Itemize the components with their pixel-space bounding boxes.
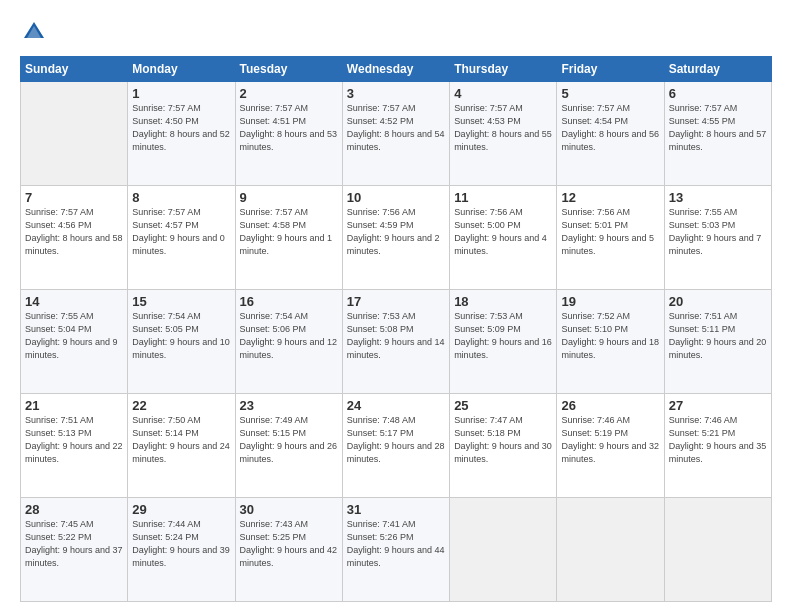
day-info: Sunrise: 7:49 AM Sunset: 5:15 PM Dayligh… [240,414,338,466]
col-header-thursday: Thursday [450,57,557,82]
day-info: Sunrise: 7:50 AM Sunset: 5:14 PM Dayligh… [132,414,230,466]
day-info: Sunrise: 7:43 AM Sunset: 5:25 PM Dayligh… [240,518,338,570]
col-header-saturday: Saturday [664,57,771,82]
day-info: Sunrise: 7:51 AM Sunset: 5:11 PM Dayligh… [669,310,767,362]
day-info: Sunrise: 7:57 AM Sunset: 4:53 PM Dayligh… [454,102,552,154]
day-number: 14 [25,294,123,309]
day-info: Sunrise: 7:57 AM Sunset: 4:56 PM Dayligh… [25,206,123,258]
day-info: Sunrise: 7:48 AM Sunset: 5:17 PM Dayligh… [347,414,445,466]
day-cell: 15Sunrise: 7:54 AM Sunset: 5:05 PM Dayli… [128,290,235,394]
day-cell [557,498,664,602]
day-cell: 31Sunrise: 7:41 AM Sunset: 5:26 PM Dayli… [342,498,449,602]
day-number: 3 [347,86,445,101]
day-number: 26 [561,398,659,413]
day-info: Sunrise: 7:46 AM Sunset: 5:21 PM Dayligh… [669,414,767,466]
day-number: 16 [240,294,338,309]
day-cell: 7Sunrise: 7:57 AM Sunset: 4:56 PM Daylig… [21,186,128,290]
day-cell: 20Sunrise: 7:51 AM Sunset: 5:11 PM Dayli… [664,290,771,394]
day-info: Sunrise: 7:52 AM Sunset: 5:10 PM Dayligh… [561,310,659,362]
day-number: 15 [132,294,230,309]
day-info: Sunrise: 7:56 AM Sunset: 5:01 PM Dayligh… [561,206,659,258]
day-number: 25 [454,398,552,413]
day-cell: 25Sunrise: 7:47 AM Sunset: 5:18 PM Dayli… [450,394,557,498]
day-cell: 2Sunrise: 7:57 AM Sunset: 4:51 PM Daylig… [235,82,342,186]
day-cell: 26Sunrise: 7:46 AM Sunset: 5:19 PM Dayli… [557,394,664,498]
day-number: 12 [561,190,659,205]
day-cell: 8Sunrise: 7:57 AM Sunset: 4:57 PM Daylig… [128,186,235,290]
day-number: 4 [454,86,552,101]
day-info: Sunrise: 7:56 AM Sunset: 4:59 PM Dayligh… [347,206,445,258]
day-number: 24 [347,398,445,413]
day-info: Sunrise: 7:57 AM Sunset: 4:57 PM Dayligh… [132,206,230,258]
day-number: 5 [561,86,659,101]
week-row-1: 1Sunrise: 7:57 AM Sunset: 4:50 PM Daylig… [21,82,772,186]
week-row-4: 21Sunrise: 7:51 AM Sunset: 5:13 PM Dayli… [21,394,772,498]
day-info: Sunrise: 7:51 AM Sunset: 5:13 PM Dayligh… [25,414,123,466]
day-number: 31 [347,502,445,517]
day-info: Sunrise: 7:54 AM Sunset: 5:06 PM Dayligh… [240,310,338,362]
page: SundayMondayTuesdayWednesdayThursdayFrid… [0,0,792,612]
week-row-3: 14Sunrise: 7:55 AM Sunset: 5:04 PM Dayli… [21,290,772,394]
day-cell: 28Sunrise: 7:45 AM Sunset: 5:22 PM Dayli… [21,498,128,602]
day-info: Sunrise: 7:53 AM Sunset: 5:09 PM Dayligh… [454,310,552,362]
day-cell: 30Sunrise: 7:43 AM Sunset: 5:25 PM Dayli… [235,498,342,602]
header [20,18,772,46]
day-number: 22 [132,398,230,413]
day-number: 11 [454,190,552,205]
day-number: 9 [240,190,338,205]
logo [20,18,52,46]
day-cell: 22Sunrise: 7:50 AM Sunset: 5:14 PM Dayli… [128,394,235,498]
day-info: Sunrise: 7:55 AM Sunset: 5:04 PM Dayligh… [25,310,123,362]
day-number: 10 [347,190,445,205]
day-info: Sunrise: 7:54 AM Sunset: 5:05 PM Dayligh… [132,310,230,362]
day-cell: 18Sunrise: 7:53 AM Sunset: 5:09 PM Dayli… [450,290,557,394]
day-info: Sunrise: 7:56 AM Sunset: 5:00 PM Dayligh… [454,206,552,258]
day-number: 23 [240,398,338,413]
day-cell: 14Sunrise: 7:55 AM Sunset: 5:04 PM Dayli… [21,290,128,394]
day-info: Sunrise: 7:57 AM Sunset: 4:50 PM Dayligh… [132,102,230,154]
day-number: 28 [25,502,123,517]
day-cell: 21Sunrise: 7:51 AM Sunset: 5:13 PM Dayli… [21,394,128,498]
day-number: 18 [454,294,552,309]
day-number: 29 [132,502,230,517]
calendar-table: SundayMondayTuesdayWednesdayThursdayFrid… [20,56,772,602]
day-cell: 23Sunrise: 7:49 AM Sunset: 5:15 PM Dayli… [235,394,342,498]
day-info: Sunrise: 7:44 AM Sunset: 5:24 PM Dayligh… [132,518,230,570]
col-header-sunday: Sunday [21,57,128,82]
day-number: 19 [561,294,659,309]
day-info: Sunrise: 7:46 AM Sunset: 5:19 PM Dayligh… [561,414,659,466]
day-info: Sunrise: 7:53 AM Sunset: 5:08 PM Dayligh… [347,310,445,362]
day-number: 1 [132,86,230,101]
col-header-monday: Monday [128,57,235,82]
day-number: 27 [669,398,767,413]
day-cell: 27Sunrise: 7:46 AM Sunset: 5:21 PM Dayli… [664,394,771,498]
day-cell: 12Sunrise: 7:56 AM Sunset: 5:01 PM Dayli… [557,186,664,290]
day-cell: 1Sunrise: 7:57 AM Sunset: 4:50 PM Daylig… [128,82,235,186]
day-cell [21,82,128,186]
day-cell: 10Sunrise: 7:56 AM Sunset: 4:59 PM Dayli… [342,186,449,290]
day-cell: 6Sunrise: 7:57 AM Sunset: 4:55 PM Daylig… [664,82,771,186]
day-cell: 29Sunrise: 7:44 AM Sunset: 5:24 PM Dayli… [128,498,235,602]
day-cell: 11Sunrise: 7:56 AM Sunset: 5:00 PM Dayli… [450,186,557,290]
day-cell: 24Sunrise: 7:48 AM Sunset: 5:17 PM Dayli… [342,394,449,498]
day-number: 6 [669,86,767,101]
day-info: Sunrise: 7:57 AM Sunset: 4:52 PM Dayligh… [347,102,445,154]
col-header-friday: Friday [557,57,664,82]
day-info: Sunrise: 7:45 AM Sunset: 5:22 PM Dayligh… [25,518,123,570]
logo-icon [20,18,48,46]
day-info: Sunrise: 7:47 AM Sunset: 5:18 PM Dayligh… [454,414,552,466]
day-cell: 3Sunrise: 7:57 AM Sunset: 4:52 PM Daylig… [342,82,449,186]
day-number: 20 [669,294,767,309]
day-cell [450,498,557,602]
day-info: Sunrise: 7:57 AM Sunset: 4:55 PM Dayligh… [669,102,767,154]
day-number: 7 [25,190,123,205]
day-cell: 9Sunrise: 7:57 AM Sunset: 4:58 PM Daylig… [235,186,342,290]
week-row-5: 28Sunrise: 7:45 AM Sunset: 5:22 PM Dayli… [21,498,772,602]
day-number: 17 [347,294,445,309]
day-cell: 17Sunrise: 7:53 AM Sunset: 5:08 PM Dayli… [342,290,449,394]
day-info: Sunrise: 7:55 AM Sunset: 5:03 PM Dayligh… [669,206,767,258]
day-cell: 19Sunrise: 7:52 AM Sunset: 5:10 PM Dayli… [557,290,664,394]
col-header-tuesday: Tuesday [235,57,342,82]
col-header-wednesday: Wednesday [342,57,449,82]
day-info: Sunrise: 7:41 AM Sunset: 5:26 PM Dayligh… [347,518,445,570]
